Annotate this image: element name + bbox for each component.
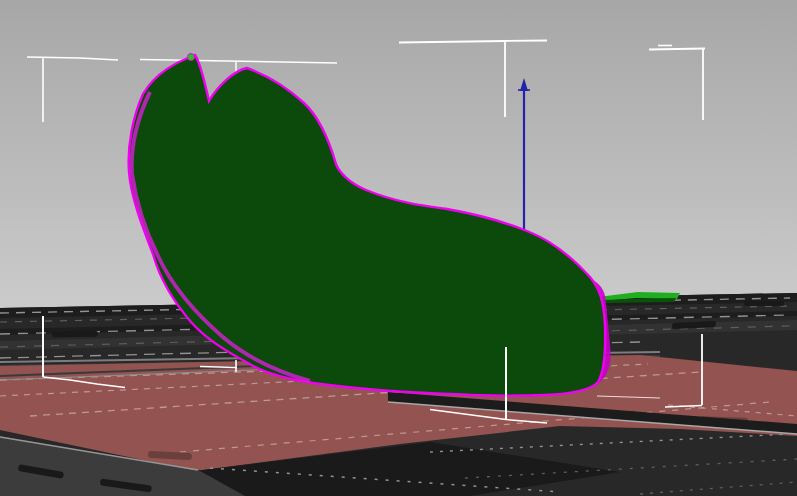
3d-viewport[interactable] [0,0,797,496]
viewport-canvas[interactable] [0,0,797,496]
tip-highlight [188,54,195,61]
